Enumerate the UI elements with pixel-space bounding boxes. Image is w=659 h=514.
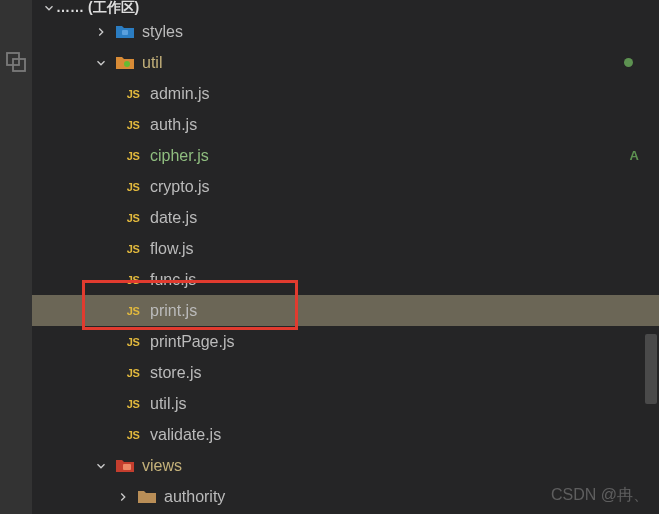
folder-label: util [142, 54, 659, 72]
folder-label: styles [142, 23, 659, 41]
file-item[interactable]: JSadmin.js [32, 78, 659, 109]
js-icon: JS [122, 429, 144, 441]
file-label: flow.js [150, 240, 659, 258]
file-item[interactable]: JSfunc.js [32, 264, 659, 295]
folder-authority[interactable]: authority [32, 481, 659, 512]
file-label: validate.js [150, 426, 659, 444]
file-label: auth.js [150, 116, 659, 134]
file-item[interactable]: JSprintPage.js [32, 326, 659, 357]
folder-icon [136, 488, 158, 506]
chevron-down-icon [42, 1, 56, 15]
chevron-right-icon [94, 25, 108, 39]
svg-point-3 [124, 61, 130, 67]
file-label: printPage.js [150, 333, 659, 351]
folder-icon [114, 54, 136, 72]
folder-views[interactable]: views [32, 450, 659, 481]
svg-rect-4 [123, 464, 131, 470]
file-label: admin.js [150, 85, 659, 103]
chevron-down-icon [94, 56, 108, 70]
folder-styles[interactable]: styles [32, 16, 659, 47]
file-label: cipher.js [150, 147, 659, 165]
file-list: JSadmin.jsJSauth.jsJScipher.jsAJScrypto.… [32, 78, 659, 450]
js-icon: JS [122, 305, 144, 317]
chevron-down-icon [94, 459, 108, 473]
folder-label: views [142, 457, 659, 475]
file-label: date.js [150, 209, 659, 227]
git-status-badge: A [630, 148, 639, 163]
svg-rect-2 [122, 30, 128, 35]
activity-bar [0, 0, 32, 514]
js-icon: JS [122, 243, 144, 255]
file-item[interactable]: JSprint.js [32, 295, 659, 326]
js-icon: JS [122, 88, 144, 100]
js-icon: JS [122, 212, 144, 224]
js-icon: JS [122, 119, 144, 131]
explorer-sidebar: …… (工作区) styles util JSadmin.jsJSauth.js… [32, 0, 659, 514]
js-icon: JS [122, 398, 144, 410]
file-label: print.js [150, 302, 659, 320]
git-modified-dot [624, 58, 633, 67]
file-item[interactable]: JScrypto.js [32, 171, 659, 202]
chevron-right-icon [116, 490, 130, 504]
file-item[interactable]: JSflow.js [32, 233, 659, 264]
js-icon: JS [122, 181, 144, 193]
js-icon: JS [122, 336, 144, 348]
js-icon: JS [122, 274, 144, 286]
folder-icon [114, 23, 136, 41]
js-icon: JS [122, 367, 144, 379]
file-item[interactable]: JSauth.js [32, 109, 659, 140]
file-label: store.js [150, 364, 659, 382]
file-label: func.js [150, 271, 659, 289]
scrollbar-thumb[interactable] [645, 334, 657, 404]
explorer-header[interactable]: …… (工作区) [32, 0, 659, 16]
file-item[interactable]: JSstore.js [32, 357, 659, 388]
file-item[interactable]: JSutil.js [32, 388, 659, 419]
js-icon: JS [122, 150, 144, 162]
file-item[interactable]: JScipher.jsA [32, 140, 659, 171]
folder-icon [114, 457, 136, 475]
file-label: util.js [150, 395, 659, 413]
file-item[interactable]: JSvalidate.js [32, 419, 659, 450]
workspace-title: …… (工作区) [56, 0, 139, 17]
multi-window-icon[interactable] [4, 50, 28, 74]
folder-util[interactable]: util [32, 47, 659, 78]
file-item[interactable]: JSdate.js [32, 202, 659, 233]
folder-label: authority [164, 488, 659, 506]
file-label: crypto.js [150, 178, 659, 196]
